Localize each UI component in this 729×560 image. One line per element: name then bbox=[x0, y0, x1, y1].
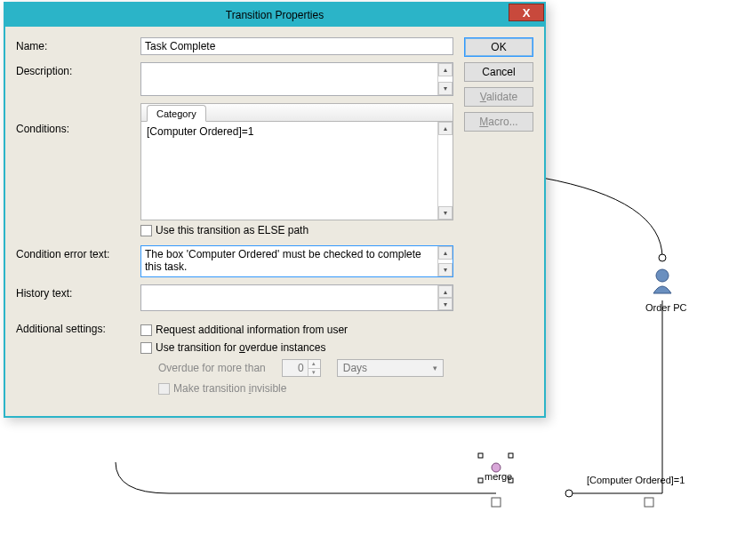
condition-error-label: Condition error text: bbox=[16, 245, 140, 260]
else-path-label: Use this transition as ELSE path bbox=[156, 224, 308, 236]
request-info-checkbox[interactable] bbox=[140, 324, 152, 336]
error-scroll-down[interactable]: ▾ bbox=[438, 263, 453, 276]
macro-button[interactable]: Macro... bbox=[464, 112, 533, 132]
conditions-scroll-down[interactable]: ▾ bbox=[438, 206, 453, 220]
else-path-checkbox[interactable] bbox=[140, 225, 152, 236]
invisible-checkbox bbox=[158, 383, 170, 395]
history-label: History text: bbox=[16, 284, 140, 300]
cancel-button[interactable]: Cancel bbox=[464, 62, 533, 82]
history-scroll-down[interactable]: ▾ bbox=[438, 298, 453, 310]
conditions-tabhost: Category ▴ ▾ bbox=[140, 103, 453, 220]
actor-icon bbox=[653, 269, 671, 293]
history-input[interactable] bbox=[141, 285, 437, 310]
conditions-label: Conditions: bbox=[16, 103, 140, 135]
validate-button[interactable]: Validate bbox=[464, 87, 533, 107]
svg-rect-10 bbox=[509, 453, 513, 458]
conditions-input[interactable] bbox=[141, 122, 437, 220]
name-input[interactable] bbox=[140, 37, 453, 55]
overdue-for-label: Overdue for more than bbox=[158, 362, 266, 374]
close-button[interactable]: X bbox=[509, 4, 544, 21]
conditions-scroll-up[interactable]: ▴ bbox=[438, 122, 453, 135]
description-input[interactable] bbox=[141, 63, 437, 95]
node-order-pc-label: Order PC bbox=[645, 302, 686, 313]
svg-rect-11 bbox=[478, 478, 483, 483]
error-scroll-up[interactable]: ▴ bbox=[438, 246, 453, 260]
overdue-unit-combo[interactable]: Days ▾ bbox=[337, 359, 444, 377]
overdue-checkbox[interactable] bbox=[140, 342, 152, 354]
node-merge-label: merge bbox=[485, 471, 512, 482]
description-scroll-up[interactable]: ▴ bbox=[438, 63, 453, 76]
svg-point-3 bbox=[659, 254, 666, 261]
svg-point-5 bbox=[656, 269, 669, 282]
overdue-spin-up[interactable]: ▴ bbox=[308, 360, 320, 369]
condition-error-input[interactable] bbox=[141, 246, 437, 276]
tab-category[interactable]: Category bbox=[147, 105, 206, 122]
chevron-down-icon: ▾ bbox=[429, 364, 443, 372]
svg-rect-9 bbox=[478, 453, 483, 458]
overdue-label: Use transition for overdue instances bbox=[156, 341, 325, 354]
svg-rect-8 bbox=[645, 498, 653, 507]
dialog-title: Transition Properties bbox=[226, 9, 324, 21]
svg-rect-7 bbox=[492, 498, 501, 507]
description-scroll-down[interactable]: ▾ bbox=[438, 82, 453, 95]
transition-properties-dialog: Transition Properties X Name: Descriptio… bbox=[4, 2, 546, 418]
name-label: Name: bbox=[16, 37, 140, 52]
request-info-label: Request additional information from user bbox=[156, 324, 348, 336]
additional-label: Additional settings: bbox=[16, 320, 140, 335]
overdue-spin-down[interactable]: ▾ bbox=[308, 369, 320, 377]
close-icon: X bbox=[523, 6, 531, 20]
svg-point-4 bbox=[565, 490, 573, 497]
ok-button[interactable]: OK bbox=[464, 37, 533, 57]
overdue-number-input[interactable]: 0 ▴▾ bbox=[282, 359, 321, 377]
invisible-label: Make transition invisible bbox=[173, 382, 286, 395]
titlebar: Transition Properties X bbox=[5, 4, 544, 27]
edge-label: [Computer Ordered]=1 bbox=[587, 475, 685, 485]
history-scroll-up[interactable]: ▴ bbox=[438, 285, 453, 298]
description-label: Description: bbox=[16, 62, 140, 77]
